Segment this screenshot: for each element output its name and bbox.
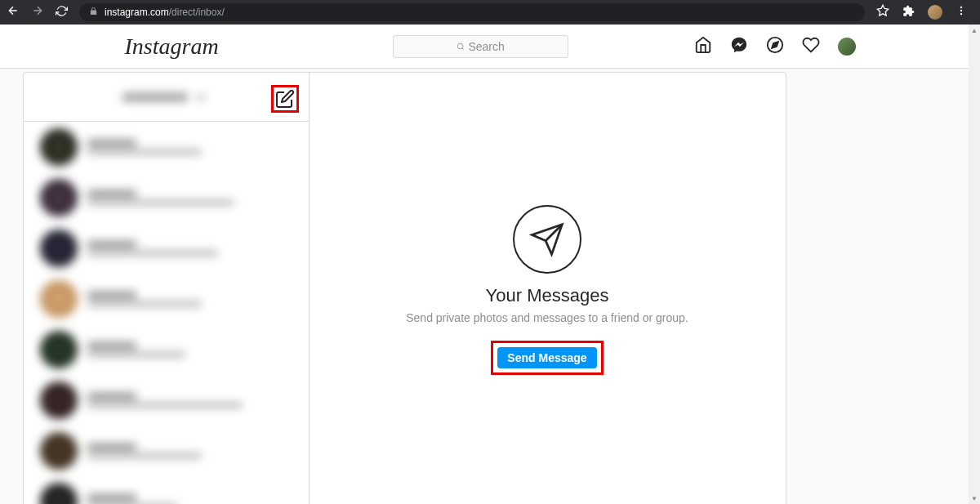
send-message-highlight: Send Message bbox=[491, 341, 603, 375]
thread-item[interactable] bbox=[24, 324, 309, 375]
activity-heart-icon[interactable] bbox=[802, 36, 820, 57]
empty-state-title: Your Messages bbox=[486, 285, 609, 306]
svg-marker-7 bbox=[772, 42, 778, 48]
url-text: instagram.com/direct/inbox/ bbox=[105, 7, 225, 18]
messenger-icon[interactable] bbox=[730, 36, 748, 57]
header-nav bbox=[694, 36, 856, 57]
nav-arrows bbox=[7, 4, 68, 20]
reload-button[interactable] bbox=[56, 5, 68, 20]
browser-toolbar: instagram.com/direct/inbox/ bbox=[0, 0, 980, 25]
thread-avatar bbox=[40, 381, 78, 419]
kebab-menu-icon[interactable] bbox=[956, 5, 967, 20]
thread-avatar bbox=[40, 230, 78, 267]
thread-avatar bbox=[40, 483, 78, 504]
search-input[interactable]: Search bbox=[393, 35, 568, 58]
chevron-down-icon bbox=[193, 89, 209, 105]
paper-plane-circle-icon bbox=[513, 205, 581, 274]
thread-avatar bbox=[40, 179, 78, 216]
thread-item[interactable] bbox=[24, 476, 309, 504]
thread-item[interactable] bbox=[24, 375, 309, 426]
explore-icon[interactable] bbox=[766, 36, 784, 57]
compose-icon bbox=[275, 89, 295, 109]
main-content: Your Messages Send private photos and me… bbox=[0, 69, 980, 504]
thread-item[interactable] bbox=[24, 274, 309, 324]
svg-point-3 bbox=[960, 13, 962, 15]
svg-marker-0 bbox=[877, 5, 888, 16]
chrome-actions bbox=[876, 4, 973, 20]
thread-item[interactable] bbox=[24, 223, 309, 274]
extensions-icon[interactable] bbox=[902, 5, 915, 20]
page-scrollbar[interactable]: ▲ ▼ bbox=[969, 25, 980, 504]
inbox-left-pane bbox=[24, 73, 310, 504]
svg-point-2 bbox=[960, 10, 962, 11]
thread-avatar bbox=[40, 280, 78, 318]
empty-state-subtitle: Send private photos and messages to a fr… bbox=[406, 311, 688, 324]
profile-avatar[interactable] bbox=[838, 38, 856, 56]
svg-point-1 bbox=[960, 7, 962, 8]
scroll-down-icon[interactable]: ▼ bbox=[969, 493, 980, 504]
home-icon[interactable] bbox=[694, 36, 712, 57]
inbox-header bbox=[24, 73, 309, 122]
address-bar[interactable]: instagram.com/direct/inbox/ bbox=[79, 3, 865, 21]
bookmark-star-icon[interactable] bbox=[876, 4, 889, 20]
thread-item[interactable] bbox=[24, 426, 309, 476]
account-switcher[interactable] bbox=[122, 89, 209, 105]
instagram-logo[interactable]: Instagram bbox=[125, 33, 219, 60]
lock-icon bbox=[89, 7, 98, 18]
thread-avatar bbox=[40, 432, 78, 470]
thread-list[interactable] bbox=[24, 122, 309, 504]
forward-button[interactable] bbox=[31, 4, 44, 20]
back-button[interactable] bbox=[7, 4, 20, 20]
app-header: Instagram Search bbox=[0, 25, 980, 69]
search-icon bbox=[457, 42, 465, 51]
dm-container: Your Messages Send private photos and me… bbox=[23, 72, 786, 504]
thread-item[interactable] bbox=[24, 122, 309, 172]
svg-point-4 bbox=[458, 43, 464, 49]
thread-avatar bbox=[40, 128, 78, 166]
scroll-up-icon[interactable]: ▲ bbox=[969, 25, 980, 36]
thread-item[interactable] bbox=[24, 172, 309, 223]
search-placeholder: Search bbox=[468, 40, 504, 53]
profile-avatar-icon[interactable] bbox=[928, 5, 942, 20]
thread-avatar bbox=[40, 331, 78, 368]
svg-line-5 bbox=[462, 47, 464, 49]
send-message-button[interactable]: Send Message bbox=[497, 347, 596, 368]
empty-state-pane: Your Messages Send private photos and me… bbox=[310, 73, 786, 504]
new-message-button[interactable] bbox=[271, 85, 299, 113]
